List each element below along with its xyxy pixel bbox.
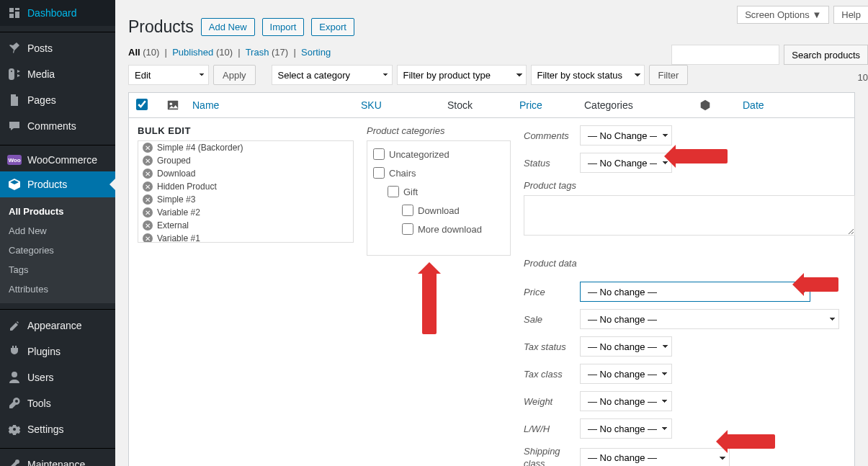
appearance-icon — [7, 318, 22, 333]
add-new-button[interactable]: Add New — [201, 18, 255, 36]
category-checkbox[interactable]: Uncategorized — [373, 148, 504, 160]
sidebar-item-tools[interactable]: Tools — [0, 390, 115, 416]
sidebar-item-label: Posts — [27, 42, 53, 54]
category-checkbox[interactable]: More download — [402, 223, 504, 235]
weight-label: Weight — [524, 396, 580, 407]
submenu-item-categories[interactable]: Categories — [0, 241, 115, 260]
price-column-header[interactable]: Price — [519, 99, 584, 111]
sidebar-item-label: Media — [27, 68, 55, 80]
shipping-class-label: Shipping class — [524, 446, 580, 466]
remove-icon[interactable]: ✕ — [143, 143, 153, 153]
apply-button[interactable]: Apply — [213, 65, 256, 85]
sidebar-item-woocommerce[interactable]: Woo WooCommerce — [0, 148, 115, 171]
sidebar-item-appearance[interactable]: Appearance — [0, 313, 115, 339]
list-item: ✕Download — [138, 167, 353, 180]
category-filter-select[interactable]: Select a category — [272, 65, 393, 85]
page-icon — [7, 93, 22, 107]
sidebar-item-dashboard[interactable]: Dashboard — [0, 0, 115, 26]
media-icon — [7, 67, 22, 81]
sidebar-item-label: Comments — [27, 120, 76, 132]
submenu-item-tags[interactable]: Tags — [0, 260, 115, 279]
list-item: ✕Variable #1 — [138, 232, 353, 243]
help-button[interactable]: Help — [833, 6, 868, 24]
filter-published-link[interactable]: Published — [172, 47, 213, 58]
filter-button[interactable]: Filter — [649, 65, 689, 85]
submenu-item-all-products[interactable]: All Products — [0, 202, 115, 221]
remove-icon[interactable]: ✕ — [143, 207, 153, 218]
sidebar-item-media[interactable]: Media — [0, 61, 115, 87]
sidebar-item-label: Appearance — [27, 320, 82, 331]
product-data-section-header: Product data — [524, 258, 855, 269]
sidebar-item-plugins[interactable]: Plugins — [0, 339, 115, 364]
filter-all-link[interactable]: All — [128, 47, 140, 58]
sku-column-header[interactable]: SKU — [361, 99, 447, 111]
svg-point-1 — [170, 102, 173, 105]
stock-status-filter-select[interactable]: Filter by stock status — [531, 65, 645, 85]
comments-select[interactable]: — No Change — — [580, 125, 672, 145]
comments-label: Comments — [524, 130, 580, 141]
admin-sidebar: Dashboard Posts Media Pages Comments Woo… — [0, 0, 115, 466]
sidebar-item-label: Dashboard — [27, 7, 77, 19]
shipping-class-select[interactable]: — No change — — [580, 448, 730, 466]
product-tags-input[interactable] — [524, 195, 855, 236]
sale-label: Sale — [524, 314, 580, 325]
stock-column-header: Stock — [447, 99, 519, 111]
remove-icon[interactable]: ✕ — [143, 233, 153, 243]
name-column-header[interactable]: Name — [192, 99, 361, 111]
bulk-edit-panel: BULK EDIT ✕Simple #4 (Backorder) ✕Groupe… — [128, 118, 855, 466]
remove-icon[interactable]: ✕ — [143, 169, 153, 179]
submenu-item-add-new[interactable]: Add New — [0, 221, 115, 241]
sidebar-item-maintenance[interactable]: Maintenance — [0, 452, 115, 466]
category-checkbox[interactable]: Gift — [388, 186, 504, 197]
search-button[interactable]: Search products — [784, 45, 868, 65]
dashboard-icon — [7, 6, 22, 20]
lwh-label: L/W/H — [524, 424, 580, 434]
category-checkbox[interactable]: Download — [402, 205, 504, 216]
sidebar-item-label: Pages — [27, 94, 56, 106]
sidebar-item-label: Users — [27, 372, 54, 383]
remove-icon[interactable]: ✕ — [143, 156, 153, 166]
price-select[interactable]: — No change — — [580, 282, 810, 302]
sidebar-item-label: Maintenance — [27, 459, 85, 466]
sidebar-item-label: Products — [27, 179, 67, 190]
page-title: Products — [128, 17, 194, 37]
search-input[interactable] — [671, 45, 779, 65]
remove-icon[interactable]: ✕ — [143, 220, 153, 230]
lwh-select[interactable]: — No change — — [580, 418, 672, 439]
sidebar-item-posts[interactable]: Posts — [0, 35, 115, 61]
sidebar-item-pages[interactable]: Pages — [0, 87, 115, 113]
status-label: Status — [524, 158, 580, 169]
tool-icon — [7, 396, 22, 411]
sidebar-item-label: WooCommerce — [27, 154, 97, 166]
category-checklist[interactable]: Uncategorized Chairs Gift Download More … — [367, 140, 511, 256]
list-item: ✕Hidden Product — [138, 180, 353, 193]
select-all-checkbox[interactable] — [136, 99, 148, 110]
remove-icon[interactable]: ✕ — [143, 182, 153, 192]
tax-status-select[interactable]: — No change — — [580, 336, 672, 357]
sidebar-item-settings[interactable]: Settings — [0, 416, 115, 442]
product-type-filter-select[interactable]: Filter by product type — [397, 65, 527, 85]
export-button[interactable]: Export — [311, 18, 354, 36]
category-checkbox[interactable]: Chairs — [373, 167, 504, 179]
sidebar-item-users[interactable]: Users — [0, 364, 115, 390]
filter-trash-link[interactable]: Trash — [246, 47, 269, 58]
sidebar-item-label: Tools — [27, 398, 51, 409]
filter-sorting-link[interactable]: Sorting — [301, 47, 331, 58]
sidebar-item-products[interactable]: Products — [0, 171, 115, 197]
date-column-header[interactable]: Date — [743, 99, 803, 111]
selected-products-list[interactable]: ✕Simple #4 (Backorder) ✕Grouped ✕Downloa… — [138, 140, 354, 243]
bulk-action-select[interactable]: Edit — [128, 65, 209, 85]
submenu-item-attributes[interactable]: Attributes — [0, 279, 115, 299]
product-icon — [7, 177, 22, 192]
sidebar-item-comments[interactable]: Comments — [0, 113, 115, 139]
products-submenu: All Products Add New Categories Tags Att… — [0, 197, 115, 303]
sale-select[interactable]: — No change — — [580, 309, 839, 329]
weight-select[interactable]: — No change — — [580, 391, 672, 411]
status-select[interactable]: — No Change — — [580, 153, 672, 173]
plugin-icon — [7, 344, 22, 359]
remove-icon[interactable]: ✕ — [143, 194, 153, 205]
screen-options-button[interactable]: Screen Options ▼ — [737, 6, 829, 24]
import-button[interactable]: Import — [262, 18, 305, 36]
tax-class-select[interactable]: — No change — — [580, 364, 672, 384]
pagination-count: 10 — [858, 72, 868, 83]
